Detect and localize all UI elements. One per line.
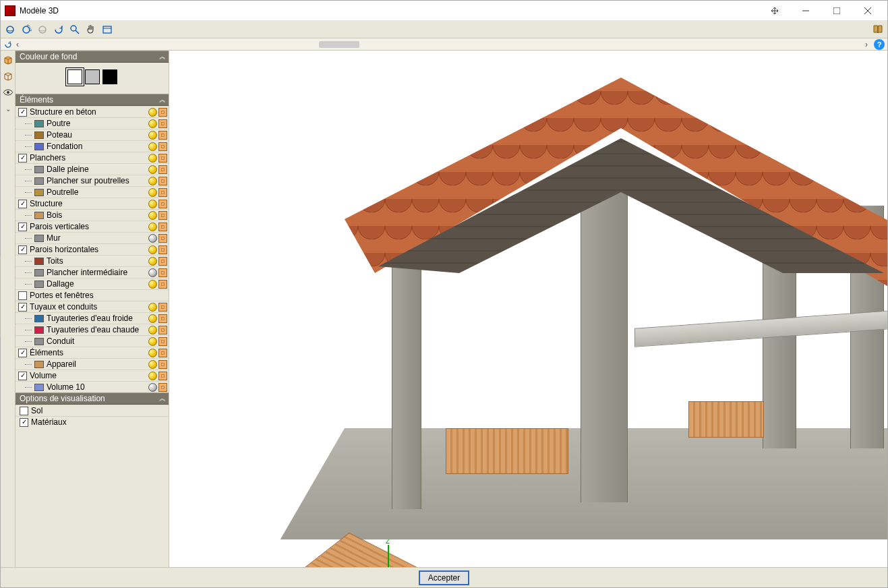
color-swatch[interactable] (34, 131, 44, 139)
cube-icon[interactable] (158, 177, 167, 185)
collapse-icon[interactable]: ︽ (159, 94, 165, 106)
checkbox[interactable]: ✓ (18, 154, 27, 163)
maximize-button[interactable] (821, 1, 852, 21)
color-swatch[interactable] (34, 258, 44, 265)
checkbox[interactable] (20, 407, 28, 415)
world-orbit-icon[interactable] (20, 23, 33, 36)
cube-icon[interactable] (158, 268, 167, 277)
tree-group[interactable]: ✓Tuyaux et conduits (16, 301, 169, 312)
visibility-orb-icon[interactable] (148, 165, 157, 174)
visibility-orb-icon[interactable] (148, 360, 157, 369)
tree-group[interactable]: ✓Planchers (16, 152, 169, 163)
panel-header-bgcolor[interactable]: Couleur de fond ︽ (16, 51, 169, 63)
manual-icon[interactable] (871, 23, 885, 36)
cube-icon[interactable] (158, 303, 167, 312)
checkbox[interactable]: ✓ (18, 245, 27, 254)
cube-icon[interactable] (158, 142, 167, 151)
cube-icon[interactable] (158, 211, 167, 220)
checkbox[interactable]: ✓ (18, 223, 27, 231)
move-icon[interactable] (759, 1, 790, 21)
swatch-grey[interactable] (85, 69, 100, 84)
tree-item[interactable]: Appareil (16, 358, 169, 370)
panel-header-options[interactable]: Options de visualisation ︽ (16, 392, 169, 405)
color-swatch[interactable] (34, 177, 44, 185)
color-swatch[interactable] (34, 384, 44, 391)
refresh-icon[interactable] (52, 23, 65, 36)
help-icon[interactable]: ? (874, 39, 885, 50)
cube-icon[interactable] (158, 372, 167, 380)
checkbox[interactable]: ✓ (18, 200, 27, 208)
cube-icon[interactable] (158, 188, 167, 197)
color-swatch[interactable] (34, 338, 44, 345)
swatch-black[interactable] (102, 69, 117, 84)
cube-icon[interactable] (158, 349, 167, 357)
tree-item[interactable]: Plancher sur poutrelles (16, 175, 169, 186)
visibility-orb-icon[interactable] (148, 280, 157, 289)
tree-group[interactable]: Portes et fenêtres (16, 289, 169, 301)
visibility-orb-icon[interactable] (148, 177, 157, 185)
minimize-button[interactable] (790, 1, 821, 21)
visibility-orb-icon[interactable] (148, 372, 157, 380)
checkbox[interactable]: ✓ (20, 418, 28, 427)
visibility-orb-icon[interactable] (148, 131, 157, 140)
tree-group[interactable]: ✓Volume (16, 370, 169, 381)
visibility-orb-icon[interactable] (148, 383, 157, 392)
cube-icon[interactable] (158, 119, 167, 128)
visibility-orb-icon[interactable] (148, 314, 157, 323)
tree-item[interactable]: Conduit (16, 335, 169, 347)
cube-icon[interactable] (158, 223, 167, 231)
visibility-orb-icon[interactable] (148, 211, 157, 220)
color-swatch[interactable] (34, 212, 44, 219)
visibility-orb-icon[interactable] (148, 245, 157, 254)
orbit-icon[interactable] (3, 23, 17, 36)
visibility-orb-icon[interactable] (148, 268, 157, 277)
tree-item[interactable]: Toits (16, 255, 169, 266)
visibility-orb-icon[interactable] (148, 119, 157, 128)
collapse-icon[interactable]: ︽ (159, 392, 165, 405)
checkbox[interactable]: ✓ (18, 303, 27, 312)
accept-button[interactable]: Accepter (419, 570, 469, 585)
cube-icon[interactable] (158, 314, 167, 323)
tree-item[interactable]: Tuyauteries d'eau froide (16, 312, 169, 324)
color-swatch[interactable] (34, 120, 44, 127)
world-grey-icon[interactable] (36, 23, 49, 36)
close-button[interactable] (852, 1, 883, 21)
color-swatch[interactable] (34, 326, 44, 334)
scroll-thumb[interactable] (319, 41, 359, 48)
visibility-orb-icon[interactable] (148, 188, 157, 197)
viewport-3d[interactable]: x y z (169, 51, 887, 567)
color-swatch[interactable] (34, 235, 44, 242)
cube-icon[interactable] (158, 360, 167, 369)
cube-icon[interactable] (158, 337, 167, 346)
visibility-orb-icon[interactable] (148, 200, 157, 208)
cube-icon[interactable] (158, 280, 167, 289)
scroll-left-icon[interactable]: ‹ (13, 40, 22, 49)
visibility-orb-icon[interactable] (148, 108, 157, 117)
cube-icon[interactable] (158, 200, 167, 208)
option-row[interactable]: Sol (16, 405, 169, 416)
panel-header-elements[interactable]: Éléments ︽ (16, 94, 169, 106)
tree-group[interactable]: ✓Parois verticales (16, 220, 169, 232)
color-swatch[interactable] (34, 189, 44, 196)
tree-item[interactable]: Fondation (16, 140, 169, 152)
checkbox[interactable]: ✓ (18, 372, 27, 380)
box-wire-icon[interactable] (1, 69, 15, 83)
visibility-orb-icon[interactable] (148, 326, 157, 334)
cube-icon[interactable] (158, 108, 167, 117)
tree-item[interactable]: Dalle pleine (16, 163, 169, 175)
tree-group[interactable]: ✓Structure (16, 198, 169, 209)
cube-icon[interactable] (158, 326, 167, 334)
window-icon[interactable] (100, 23, 114, 36)
visibility-orb-icon[interactable] (148, 223, 157, 231)
visibility-orb-icon[interactable] (148, 154, 157, 163)
cube-icon[interactable] (158, 165, 167, 174)
color-swatch[interactable] (34, 143, 44, 150)
chevron-down-icon[interactable]: ⌄ (1, 102, 15, 115)
color-swatch[interactable] (34, 315, 44, 322)
color-swatch[interactable] (34, 281, 44, 288)
option-row[interactable]: ✓Matériaux (16, 416, 169, 428)
scrollbar[interactable] (22, 41, 862, 48)
zoom-window-icon[interactable] (68, 23, 82, 36)
tree-item[interactable]: Plancher intermédiaire (16, 266, 169, 278)
collapse-icon[interactable]: ︽ (159, 51, 165, 63)
